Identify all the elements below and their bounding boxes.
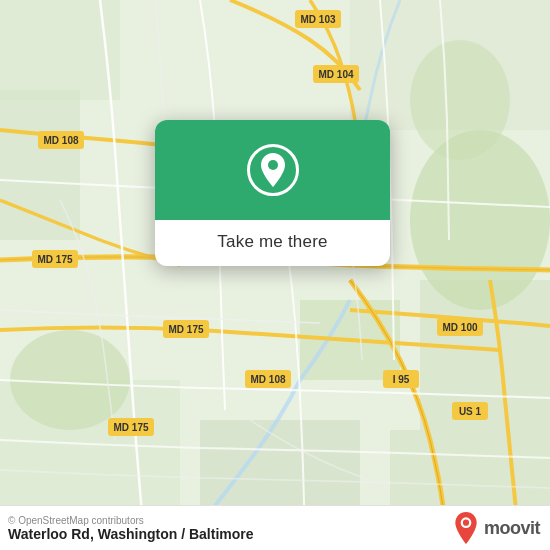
moovit-pin-icon <box>452 512 480 544</box>
svg-text:MD 108: MD 108 <box>43 135 78 146</box>
popup-footer: Take me there <box>155 220 390 266</box>
svg-text:MD 175: MD 175 <box>37 254 72 265</box>
copyright-text: © OpenStreetMap contributors <box>8 515 254 526</box>
svg-text:MD 100: MD 100 <box>442 322 477 333</box>
popup-header <box>155 120 390 220</box>
map-background: MD 103 MD 104 MD 108 MD 175 MD 175 MD 10… <box>0 0 550 550</box>
svg-text:US 1: US 1 <box>459 406 482 417</box>
svg-point-34 <box>463 520 469 526</box>
moovit-brand-text: moovit <box>484 518 540 539</box>
svg-text:MD 108: MD 108 <box>250 374 285 385</box>
svg-point-8 <box>410 130 550 310</box>
svg-text:MD 175: MD 175 <box>113 422 148 433</box>
popup-card: Take me there <box>155 120 390 266</box>
location-icon-circle <box>247 144 299 196</box>
location-name: Waterloo Rd, Washington / Baltimore <box>8 526 254 542</box>
bottom-bar: © OpenStreetMap contributors Waterloo Rd… <box>0 505 550 550</box>
svg-text:MD 104: MD 104 <box>318 69 353 80</box>
svg-text:MD 103: MD 103 <box>300 14 335 25</box>
location-pin-icon <box>258 153 288 187</box>
bottom-left-info: © OpenStreetMap contributors Waterloo Rd… <box>8 515 254 542</box>
svg-point-10 <box>410 40 510 160</box>
svg-point-32 <box>268 160 278 170</box>
moovit-logo: moovit <box>452 512 540 544</box>
svg-text:MD 175: MD 175 <box>168 324 203 335</box>
svg-text:I 95: I 95 <box>393 374 410 385</box>
map-container: MD 103 MD 104 MD 108 MD 175 MD 175 MD 10… <box>0 0 550 550</box>
take-me-there-button[interactable]: Take me there <box>217 232 327 252</box>
